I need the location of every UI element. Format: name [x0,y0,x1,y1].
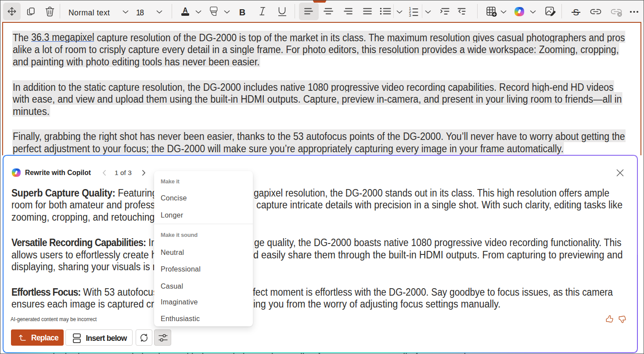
svg-text:3: 3 [409,13,411,17]
